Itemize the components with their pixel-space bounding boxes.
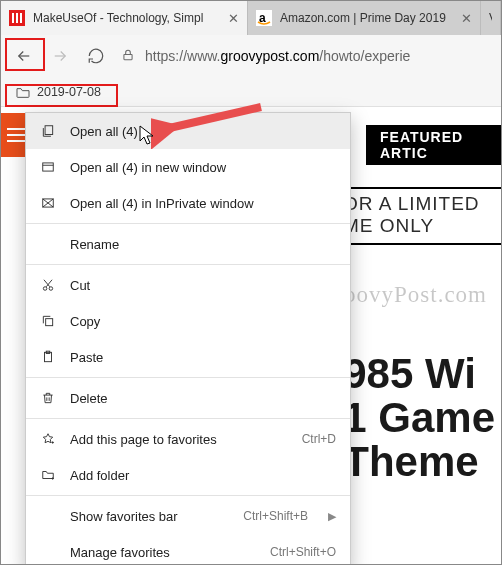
menu-label: Cut [70, 278, 336, 293]
menu-label: Paste [70, 350, 336, 365]
amazon-favicon: a [256, 10, 272, 26]
menu-label: Add this page to favorites [70, 432, 288, 447]
svg-rect-10 [45, 126, 53, 135]
menu-label: Open all (4) in InPrivate window [70, 196, 336, 211]
tab-3[interactable]: V [481, 1, 501, 35]
promo-box: OR A LIMITED ME ONLY [341, 187, 501, 245]
menu-separator [26, 495, 350, 496]
svg-rect-2 [16, 13, 18, 23]
blank-icon [40, 236, 56, 252]
svg-rect-6 [124, 54, 132, 59]
menu-label: Add folder [70, 468, 336, 483]
menu-shortcut: Ctrl+D [302, 432, 336, 446]
menu-label: Delete [70, 391, 336, 406]
menu-item[interactable]: Open all (4) in InPrivate window [26, 185, 350, 221]
copy-icon [40, 313, 56, 329]
forward-button[interactable] [49, 47, 71, 65]
close-icon[interactable]: ✕ [228, 12, 239, 25]
svg-rect-8 [7, 134, 25, 136]
menu-separator [26, 377, 350, 378]
folder-plus-icon [40, 467, 56, 483]
menu-label: Show favorites bar [70, 509, 229, 524]
svg-rect-9 [7, 140, 25, 142]
menu-shortcut: Ctrl+Shift+O [270, 545, 336, 559]
menu-label: Manage favorites [70, 545, 256, 560]
muo-favicon [9, 10, 25, 26]
favorites-folder[interactable]: 2019-07-08 [9, 83, 107, 101]
menu-item[interactable]: Copy [26, 303, 350, 339]
svg-rect-11 [43, 163, 54, 171]
svg-rect-7 [7, 128, 25, 130]
star-plus-icon [40, 431, 56, 447]
menu-separator [26, 223, 350, 224]
stack-icon [40, 123, 56, 139]
svg-rect-15 [46, 319, 53, 326]
tab-strip: MakeUseOf - Technology, Simpl ✕ a Amazon… [1, 1, 501, 35]
toolbar: https://www.groovypost.com/howto/experie [1, 35, 501, 77]
paste-icon [40, 349, 56, 365]
featured-label: FEATURED ARTIC [366, 125, 501, 165]
menu-item[interactable]: Delete [26, 380, 350, 416]
menu-label: Open all (4) in new window [70, 160, 336, 175]
lock-icon [121, 48, 135, 65]
menu-separator [26, 418, 350, 419]
svg-rect-3 [20, 13, 22, 23]
menu-item[interactable]: Open all (4) [26, 113, 350, 149]
context-menu: Open all (4)Open all (4) in new windowOp… [25, 112, 351, 565]
tab-title: Amazon.com | Prime Day 2019 [280, 11, 453, 25]
menu-label: Rename [70, 237, 336, 252]
promo-line: OR A LIMITED [343, 193, 499, 215]
url-text: https://www.groovypost.com/howto/experie [145, 48, 410, 64]
menu-item[interactable]: Paste [26, 339, 350, 375]
chevron-right-icon: ▶ [328, 510, 336, 523]
menu-item[interactable]: Rename [26, 226, 350, 262]
blank-icon [40, 544, 56, 560]
menu-item[interactable]: Manage favoritesCtrl+Shift+O [26, 534, 350, 565]
tab-1[interactable]: MakeUseOf - Technology, Simpl ✕ [1, 1, 248, 35]
menu-item[interactable]: Add this page to favoritesCtrl+D [26, 421, 350, 457]
blank-icon [40, 508, 56, 524]
menu-item[interactable]: Show favorites barCtrl+Shift+B▶ [26, 498, 350, 534]
hamburger-icon [7, 128, 25, 142]
tab-title: MakeUseOf - Technology, Simpl [33, 11, 220, 25]
menu-label: Open all (4) [70, 124, 336, 139]
window-icon [40, 159, 56, 175]
favorites-bar: 2019-07-08 [1, 77, 501, 107]
tab-title: V [489, 11, 492, 25]
svg-point-13 [43, 287, 47, 291]
menu-label: Copy [70, 314, 336, 329]
refresh-button[interactable] [85, 47, 107, 65]
menu-item[interactable]: Add folder [26, 457, 350, 493]
folder-icon [15, 85, 31, 99]
tab-2[interactable]: a Amazon.com | Prime Day 2019 ✕ [248, 1, 481, 35]
delete-icon [40, 390, 56, 406]
menu-shortcut: Ctrl+Shift+B [243, 509, 308, 523]
inprivate-icon [40, 195, 56, 211]
back-button[interactable] [13, 47, 35, 65]
cut-icon [40, 277, 56, 293]
promo-line: ME ONLY [343, 215, 499, 237]
headline: 985 Wi 1 Game Theme [343, 352, 495, 484]
menu-item[interactable]: Cut [26, 267, 350, 303]
svg-rect-1 [12, 13, 14, 23]
menu-item[interactable]: Open all (4) in new window [26, 149, 350, 185]
address-bar[interactable]: https://www.groovypost.com/howto/experie [121, 48, 489, 65]
svg-point-14 [49, 287, 53, 291]
close-icon[interactable]: ✕ [461, 12, 472, 25]
folder-label: 2019-07-08 [37, 85, 101, 99]
menu-separator [26, 264, 350, 265]
